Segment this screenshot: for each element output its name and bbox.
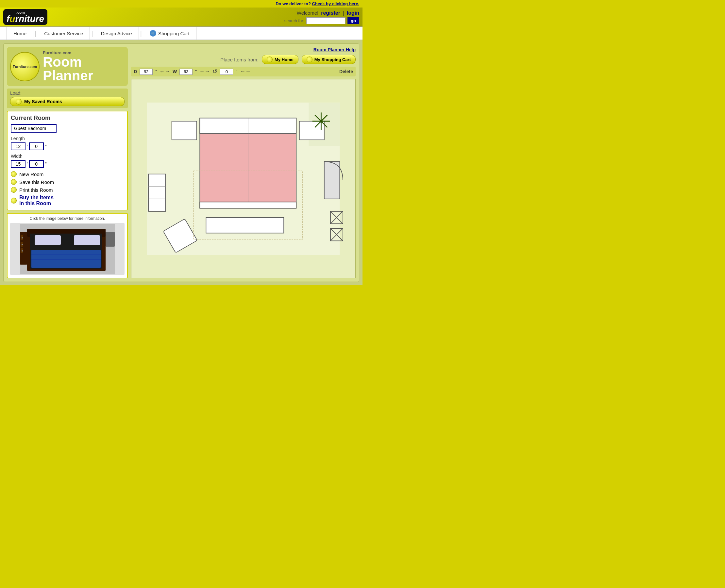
nav-home[interactable]: Home <box>6 27 33 40</box>
delivery-check-link[interactable]: Check by clicking here. <box>312 1 359 6</box>
my-home-label: My Home <box>275 57 294 62</box>
header: .com furniture Welcome! register | login… <box>0 7 363 27</box>
save-room-button[interactable]: Save this Room <box>11 179 124 185</box>
w-arrow-icon: ←→ <box>199 69 210 75</box>
length-label: Length <box>11 136 124 141</box>
place-items-label: Place Items from: <box>220 57 259 62</box>
planner-container: Furniture.com Furniture.com Room Planner… <box>3 43 359 282</box>
buy-items-label: Buy the Itemsin this Room <box>19 195 54 207</box>
room-planner-help-link[interactable]: Room Planner Help <box>314 47 356 52</box>
svg-point-40 <box>320 120 323 123</box>
width-dimensions: Width ' " <box>11 153 124 168</box>
planner-logo-text: Furniture.com <box>13 65 37 69</box>
nav-design-advice[interactable]: Design Advice <box>95 27 139 40</box>
login-link[interactable]: login <box>347 10 359 16</box>
w-unit: " <box>195 69 197 74</box>
load-label: Load: <box>10 90 124 96</box>
nav-shopping-cart[interactable]: 🛒 Shopping Cart <box>143 27 197 40</box>
my-home-icon <box>267 57 273 62</box>
my-home-button[interactable]: My Home <box>262 55 298 64</box>
my-cart-button[interactable]: My Shopping Cart <box>302 55 356 64</box>
svg-rect-13 <box>32 250 101 268</box>
load-section: Load: My Saved Rooms <box>7 88 128 108</box>
planner-title-big: Room Planner <box>43 55 124 83</box>
nav-sep-3: | <box>139 30 143 37</box>
nav-customer-service[interactable]: Customer Service <box>38 27 90 40</box>
header-right: Welcome! register | login search for: go <box>284 10 359 24</box>
rotate-unit: ° <box>236 69 238 74</box>
rotate-value-input[interactable] <box>220 69 233 75</box>
length-inputs: ' " <box>11 142 124 150</box>
svg-rect-25 <box>148 174 165 211</box>
my-cart-label: My Shopping Cart <box>315 57 351 62</box>
length-ft-input[interactable] <box>11 142 25 150</box>
logo-rest: rniture <box>15 14 44 24</box>
w-value-input[interactable] <box>179 69 193 75</box>
item-image-section: Click the image below for more informati… <box>7 213 128 278</box>
delete-button[interactable]: Delete <box>339 69 353 74</box>
logo-box: .com furniture <box>3 9 47 25</box>
separator: | <box>343 10 344 16</box>
print-room-button[interactable]: Print this Room <box>11 187 124 193</box>
register-link[interactable]: register <box>321 10 340 16</box>
bed-illustration-svg <box>20 224 115 274</box>
new-room-icon <box>11 171 17 177</box>
room-canvas[interactable] <box>131 79 356 278</box>
width-ft-sep: ' <box>27 161 28 167</box>
my-saved-rooms-label: My Saved Rooms <box>24 99 62 104</box>
main-content: Furniture.com Furniture.com Room Planner… <box>0 40 363 285</box>
delivery-question: Do we deliver to? <box>276 1 311 6</box>
place-items-bar: Place Items from: My Home My Shopping Ca… <box>131 55 356 64</box>
nav-sep-1: | <box>33 30 38 37</box>
welcome-text: Welcome! <box>297 10 318 16</box>
nav-sep-2: | <box>90 30 94 37</box>
new-room-button[interactable]: New Room <box>11 171 124 177</box>
go-button[interactable]: go <box>347 17 359 24</box>
w-label: W <box>173 69 177 74</box>
planner-title-planner: Planner <box>43 68 93 83</box>
svg-rect-23 <box>172 121 197 140</box>
bottom-bar <box>0 285 363 292</box>
width-in-input[interactable] <box>29 160 44 168</box>
length-ft-sep: ' <box>27 144 28 149</box>
cart-label: Shopping Cart <box>158 31 189 36</box>
planner-title-room: Room <box>43 54 82 69</box>
width-ft-input[interactable] <box>11 160 25 168</box>
room-name-input[interactable] <box>11 124 57 133</box>
length-in-input[interactable] <box>29 142 44 150</box>
left-panel: Furniture.com Furniture.com Room Planner… <box>7 47 128 278</box>
svg-point-6 <box>22 244 23 245</box>
logo-planner-area: Furniture.com Furniture.com Room Planner <box>7 47 128 86</box>
rotate-icon[interactable]: ↺ <box>213 68 217 75</box>
header-links: Welcome! register | login <box>297 10 359 16</box>
buy-items-icon <box>11 197 17 204</box>
right-panel: Room Planner Help Place Items from: My H… <box>131 47 356 278</box>
svg-rect-22 <box>200 202 296 208</box>
d-label: D <box>134 69 137 74</box>
length-unit: " <box>45 144 47 149</box>
d-value-input[interactable] <box>140 69 153 75</box>
d-unit: " <box>155 69 157 74</box>
search-input[interactable] <box>306 17 345 24</box>
buy-items-button[interactable]: Buy the Itemsin this Room <box>11 195 124 207</box>
room-actions: New Room Save this Room Print this Room … <box>11 171 124 207</box>
svg-rect-14 <box>105 232 115 247</box>
svg-rect-30 <box>324 162 340 199</box>
search-label: search for: <box>284 18 304 23</box>
floor-plan-svg <box>132 79 355 278</box>
planner-header-bar: Room Planner Help <box>131 47 356 52</box>
new-room-label: New Room <box>19 171 43 177</box>
my-saved-rooms-button[interactable]: My Saved Rooms <box>10 97 124 106</box>
cart-icon: 🛒 <box>150 30 156 37</box>
navbar: Home | Customer Service | Design Advice … <box>0 27 363 40</box>
print-room-label: Print this Room <box>19 187 53 193</box>
item-image-placeholder[interactable] <box>10 223 124 275</box>
planner-title-area: Furniture.com Room Planner <box>43 50 124 83</box>
svg-point-7 <box>22 250 23 252</box>
d-arrow-icon: ←→ <box>160 69 170 75</box>
my-cart-icon <box>307 57 313 62</box>
save-room-icon <box>11 179 17 185</box>
save-room-label: Save this Room <box>19 179 54 185</box>
width-label: Width <box>11 153 124 159</box>
logo-area: .com furniture <box>3 9 47 25</box>
